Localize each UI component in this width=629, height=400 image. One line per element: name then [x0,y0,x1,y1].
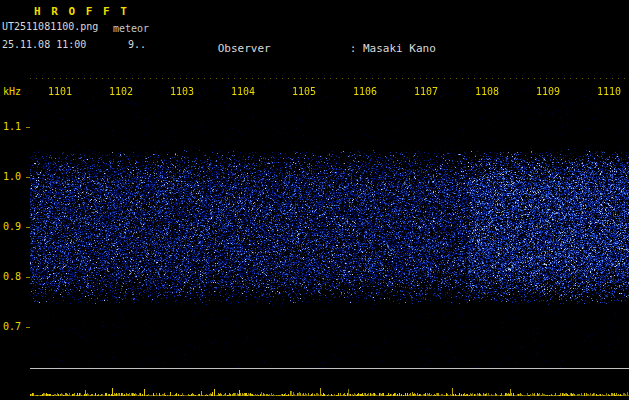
time-label: 1105 [292,86,316,97]
freq-tick-label: 1.1 [3,121,21,132]
time-label: 1103 [170,86,194,97]
freq-tick-mark [26,277,30,278]
counter-text: 9.. [128,39,146,50]
time-label: 1107 [414,86,438,97]
hrofft-spectrogram-image: H R O F F T UT2511081100.png meteor 25.1… [0,0,629,400]
time-label: 1101 [48,86,72,97]
time-label: 1106 [353,86,377,97]
freq-tick-mark [26,327,30,328]
observation-datetime: 25.11.08 11:00 [2,39,86,50]
freq-tick-mark [26,127,30,128]
time-label: 1102 [109,86,133,97]
signal-meter-canvas [30,372,629,398]
plot-separator-line [30,368,629,369]
output-filename: UT2511081100.png [2,21,98,32]
freq-axis-unit: kHz [3,86,21,97]
freq-tick-label: 1.0 [3,171,21,182]
time-label: 1110 [597,86,621,97]
freq-tick-label: 0.7 [3,321,21,332]
time-label: 1104 [231,86,255,97]
app-title: H R O F F T [34,5,129,18]
spectrogram-canvas [30,80,629,368]
plot-top-dotted-border [30,78,629,79]
freq-tick-mark [26,177,30,178]
freq-tick-mark [26,227,30,228]
time-label: 1109 [536,86,560,97]
time-label: 1108 [475,86,499,97]
station-name: meteor [113,23,149,34]
info-label-observer: Observer [218,42,350,55]
info-value-observer: : Masaki Kano [350,42,436,55]
freq-tick-label: 0.8 [3,271,21,282]
info-row-observer: Observer: Masaki Kano [178,29,588,68]
freq-tick-label: 0.9 [3,221,21,232]
